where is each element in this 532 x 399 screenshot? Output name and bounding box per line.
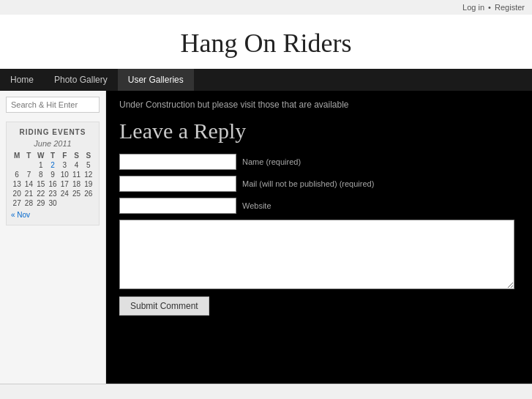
cal-cell	[59, 198, 70, 208]
mail-row: Mail (will not be published) (required)	[119, 176, 519, 192]
cal-cell: 10	[59, 170, 70, 179]
sidebar: RIDING EVENTS June 2011 M T W T F S S	[0, 91, 106, 384]
cal-cell: 24	[59, 189, 70, 198]
cal-th-t1: T	[23, 151, 34, 160]
website-input[interactable]	[119, 198, 236, 214]
main-layout: RIDING EVENTS June 2011 M T W T F S S	[0, 91, 532, 384]
mail-label: Mail (will not be published) (required)	[242, 179, 374, 188]
cal-cell: 9	[47, 170, 59, 179]
cal-cell: 20	[11, 189, 23, 198]
cal-cell: 8	[35, 170, 47, 179]
calendar-table: M T W T F S S 1 2 3	[11, 151, 94, 208]
calendar-row: 27 28 29 30	[11, 198, 94, 208]
cal-cell: 16	[47, 179, 59, 189]
calendar-row: 6 7 8 9 10 11 12	[11, 170, 94, 179]
cal-cell: 18	[70, 179, 82, 189]
cal-th-m: M	[11, 151, 23, 160]
cal-cell	[23, 160, 34, 170]
cal-th-f: F	[59, 151, 70, 160]
under-construction-text: Under Construction but please visit thos…	[119, 100, 519, 110]
cal-th-t2: T	[47, 151, 59, 160]
cal-cell: 27	[11, 198, 23, 208]
website-label: Website	[242, 201, 271, 210]
nav-item-user-galleries[interactable]: User Galleries	[118, 69, 194, 91]
cal-cell-link[interactable]: 2	[47, 160, 59, 170]
comment-textarea[interactable]	[119, 220, 514, 289]
cal-cell	[11, 160, 23, 170]
cal-cell: 11	[70, 170, 82, 179]
separator: •	[488, 3, 491, 12]
cal-cell: 13	[11, 179, 23, 189]
calendar-row: 20 21 22 23 24 25 26	[11, 189, 94, 198]
cal-cell: 29	[35, 198, 47, 208]
cal-cell: 19	[83, 179, 94, 189]
cal-cell: 30	[47, 198, 59, 208]
riding-events-title: RIDING EVENTS	[11, 128, 94, 136]
nav-item-home[interactable]: Home	[0, 69, 44, 91]
leave-reply-title: Leave a Reply	[119, 119, 519, 143]
cal-th-w: W	[35, 151, 47, 160]
cal-cell: 12	[83, 170, 94, 179]
nav-bar: Home Photo Gallery User Galleries	[0, 69, 532, 91]
cal-cell: 28	[23, 198, 34, 208]
cal-cell: 7	[23, 170, 34, 179]
mail-input[interactable]	[119, 176, 236, 192]
submit-comment-button[interactable]: Submit Comment	[119, 297, 209, 316]
login-link[interactable]: Log in	[462, 3, 484, 12]
cal-cell: 14	[23, 179, 34, 189]
cal-cell	[70, 198, 82, 208]
name-row: Name (required)	[119, 154, 519, 170]
cal-cell: 23	[47, 189, 59, 198]
cal-cell: 6	[11, 170, 23, 179]
cal-cell: 21	[23, 189, 34, 198]
cal-cell: 22	[35, 189, 47, 198]
cal-cell: 17	[59, 179, 70, 189]
nav-item-photo-gallery[interactable]: Photo Gallery	[44, 69, 118, 91]
website-row: Website	[119, 198, 519, 214]
cal-cell: 3	[59, 160, 70, 170]
site-title: Hang On Riders	[0, 15, 532, 69]
name-input[interactable]	[119, 154, 236, 170]
top-bar: Log in • Register	[0, 0, 532, 15]
riding-events-widget: RIDING EVENTS June 2011 M T W T F S S	[6, 122, 100, 225]
cal-cell	[83, 198, 94, 208]
cal-cell: 15	[35, 179, 47, 189]
cal-cell: 5	[83, 160, 94, 170]
cal-cell: 25	[70, 189, 82, 198]
cal-th-s2: S	[83, 151, 94, 160]
cal-cell: 1	[35, 160, 47, 170]
content-area: Under Construction but please visit thos…	[106, 91, 532, 384]
calendar-row: 1 2 3 4 5	[11, 160, 94, 170]
cal-cell: 26	[83, 189, 94, 198]
calendar-month: June 2011	[11, 139, 94, 148]
footer-line	[0, 384, 532, 391]
name-label: Name (required)	[242, 157, 301, 166]
calendar-header-row: M T W T F S S	[11, 151, 94, 160]
cal-th-s1: S	[70, 151, 82, 160]
calendar-row: 13 14 15 16 17 18 19	[11, 179, 94, 189]
register-link[interactable]: Register	[495, 3, 525, 12]
prev-month-link[interactable]: « Nov	[11, 211, 30, 219]
prev-nav: « Nov	[11, 211, 94, 219]
cal-cell: 4	[70, 160, 82, 170]
search-input[interactable]	[6, 97, 100, 113]
